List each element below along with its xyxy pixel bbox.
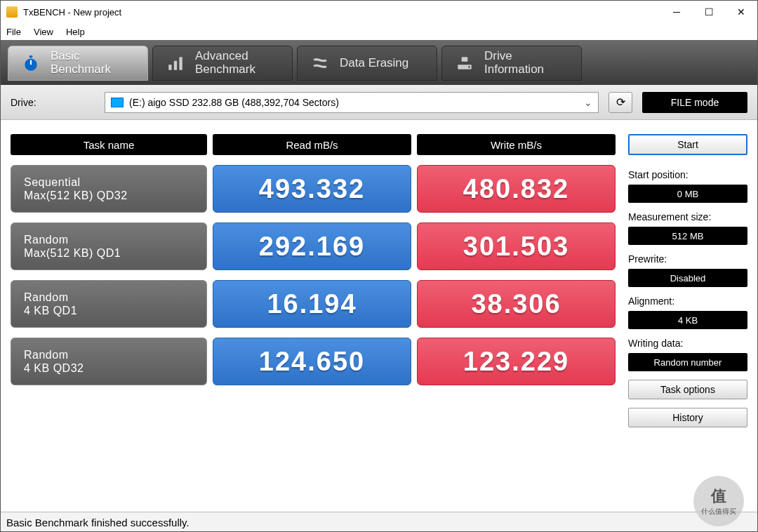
task-sequential-qd32[interactable]: Sequential Max(512 KB) QD32 — [11, 165, 207, 213]
writing-data-label: Writing data: — [628, 338, 747, 349]
write-value: 38.306 — [417, 280, 616, 328]
alignment-label: Alignment: — [628, 295, 747, 307]
menu-file[interactable]: File — [6, 27, 21, 37]
drive-label: Drive: — [11, 97, 95, 108]
header-task: Task name — [11, 134, 207, 155]
svg-point-7 — [468, 66, 470, 68]
measurement-size-label: Measurement size: — [628, 211, 747, 222]
window-title: TxBENCH - New project — [23, 7, 660, 18]
bars-icon — [166, 53, 185, 73]
watermark: 值 什么值得买 — [693, 476, 744, 526]
drive-info-icon — [455, 53, 474, 73]
svg-rect-1 — [29, 55, 32, 58]
results-panel: Task name Read mB/s Write mB/s Sequentia… — [11, 134, 616, 506]
settings-panel: Start Start position: 0 MB Measurement s… — [628, 134, 747, 506]
measurement-size-value[interactable]: 512 MB — [628, 227, 747, 245]
prewrite-value[interactable]: Disabled — [628, 269, 747, 287]
alignment-value[interactable]: 4 KB — [628, 311, 747, 329]
refresh-button[interactable]: ⟳ — [609, 92, 632, 113]
bench-row: Random Max(512 KB) QD1 292.169 301.503 — [11, 222, 616, 270]
tab-strip: BasicBenchmark AdvancedBenchmark Data Er… — [1, 40, 757, 85]
menu-help[interactable]: Help — [66, 27, 85, 37]
writing-data-value[interactable]: Random number — [628, 353, 747, 371]
start-button[interactable]: Start — [628, 134, 747, 155]
app-icon — [6, 6, 18, 18]
write-value: 480.832 — [417, 165, 616, 213]
svg-rect-4 — [174, 61, 177, 70]
chevron-down-icon: ⌄ — [584, 97, 592, 108]
task-random-4k-qd32[interactable]: Random 4 KB QD32 — [11, 338, 207, 385]
tab-basic-benchmark[interactable]: BasicBenchmark — [8, 46, 148, 81]
start-position-label: Start position: — [628, 169, 747, 180]
header-write: Write mB/s — [417, 134, 616, 155]
erase-icon — [310, 53, 330, 73]
read-value: 16.194 — [213, 280, 411, 328]
read-value: 124.650 — [213, 338, 411, 385]
write-value: 301.503 — [417, 222, 616, 270]
close-button[interactable]: ✕ — [725, 1, 757, 23]
file-mode-button[interactable]: FILE mode — [642, 92, 747, 113]
history-button[interactable]: History — [628, 408, 747, 427]
svg-rect-3 — [168, 65, 171, 70]
read-value: 292.169 — [213, 222, 411, 270]
drive-icon — [111, 98, 124, 107]
bench-row: Sequential Max(512 KB) QD32 493.332 480.… — [11, 165, 616, 213]
stopwatch-icon — [21, 53, 41, 73]
header-read: Read mB/s — [213, 134, 411, 155]
write-value: 123.229 — [417, 338, 616, 385]
task-random-512k-qd1[interactable]: Random Max(512 KB) QD1 — [11, 222, 207, 270]
tab-advanced-benchmark[interactable]: AdvancedBenchmark — [152, 46, 293, 81]
bench-row: Random 4 KB QD1 16.194 38.306 — [11, 280, 616, 328]
drive-row: Drive: (E:) aigo SSD 232.88 GB (488,392,… — [1, 85, 757, 120]
maximize-button[interactable]: ☐ — [693, 1, 725, 23]
task-options-button[interactable]: Task options — [628, 380, 747, 399]
minimize-button[interactable]: ─ — [660, 1, 693, 23]
menu-view[interactable]: View — [34, 27, 53, 37]
start-position-value[interactable]: 0 MB — [628, 185, 747, 203]
task-random-4k-qd1[interactable]: Random 4 KB QD1 — [11, 280, 207, 328]
svg-rect-8 — [462, 57, 468, 62]
titlebar: TxBENCH - New project ─ ☐ ✕ — [1, 1, 757, 23]
status-bar: Basic Benchmark finished successfully. — [1, 512, 757, 532]
menubar: File View Help — [1, 23, 757, 40]
drive-select[interactable]: (E:) aigo SSD 232.88 GB (488,392,704 Sec… — [105, 92, 599, 113]
refresh-icon: ⟳ — [616, 95, 625, 109]
read-value: 493.332 — [213, 165, 411, 213]
prewrite-label: Prewrite: — [628, 253, 747, 265]
svg-rect-5 — [179, 57, 182, 69]
tab-data-erasing[interactable]: Data Erasing — [297, 46, 437, 81]
bench-row: Random 4 KB QD32 124.650 123.229 — [11, 338, 616, 385]
drive-selected-text: (E:) aigo SSD 232.88 GB (488,392,704 Sec… — [129, 97, 339, 108]
tab-drive-information[interactable]: DriveInformation — [441, 46, 582, 81]
